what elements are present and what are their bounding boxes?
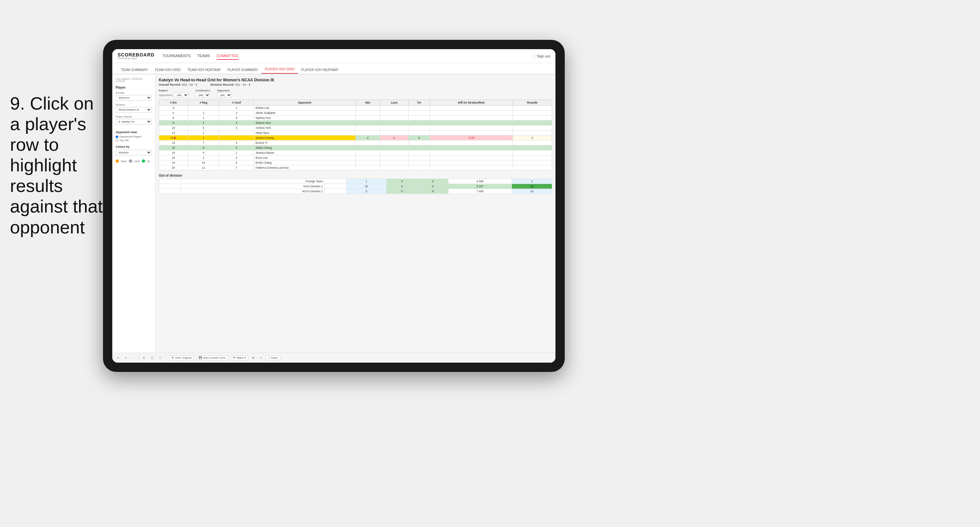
col-rounds: Rounds [512, 100, 552, 106]
nav-teams[interactable]: TEAMS [197, 52, 210, 60]
filter-conference-group: Conference (All) [195, 89, 210, 98]
gender-select[interactable]: Women's [116, 95, 152, 101]
nav-committee[interactable]: COMMITTEE [216, 52, 239, 60]
table-row[interactable]: 31Esther Lee [159, 106, 552, 111]
col-reg: # Reg [188, 100, 219, 106]
out-table-row[interactable]: NAIA Division 115009.26730 [159, 184, 552, 189]
player-section-title: Player [116, 86, 152, 89]
radio-top100[interactable]: Top 100 [116, 139, 152, 142]
nav-tournaments[interactable]: TOURNAMENTS [162, 52, 191, 60]
main-content: Last Updated: 27/03/2024 16:55:38 Player… [112, 75, 555, 352]
tablet-shell: SCOREBOARD Powered by clippd TOURNAMENTS… [103, 40, 565, 372]
table-row[interactable]: 914Sharon Mun [159, 121, 552, 125]
view-original-button[interactable]: 👁 View: Original [169, 355, 194, 360]
radio-dot-top100 [116, 139, 118, 142]
tab-team-summary[interactable]: TEAM SUMMARY [118, 68, 151, 74]
colour-section: Colour by Win/loss Down Level Up [116, 145, 152, 163]
filter-region-inner: Opponents: (All) [159, 93, 189, 98]
opponent-filter-select[interactable]: (All) [217, 93, 232, 98]
col-diff: Diff Av Strokes/Rnd [430, 100, 512, 106]
col-div: # Div [159, 100, 188, 106]
share-icon: ⤴ [269, 356, 270, 359]
watch-icon: 👁 [233, 356, 235, 359]
colour-by-title: Colour by [116, 145, 152, 148]
view-icon: 👁 [172, 356, 174, 359]
division-select[interactable]: NCAA Division III [116, 107, 152, 113]
nav-bar: SCOREBOARD Powered by clippd TOURNAMENTS… [112, 49, 555, 63]
save-custom-view-button[interactable]: 💾 Save Custom View [196, 355, 228, 360]
table-row[interactable]: 13 ▶1Jessica Huang010-3.002 [159, 135, 552, 140]
sidebar: Last Updated: 27/03/2024 16:55:38 Player… [112, 75, 156, 352]
col-conf: # Conf [219, 100, 254, 106]
radio-opponents-played[interactable]: Opponents Played [116, 135, 152, 138]
grid-area: Katelyn Vo Head-to-Head Grid for Women's… [156, 75, 555, 352]
redo-button[interactable]: ↪ [123, 356, 128, 360]
division-label: Division [116, 103, 152, 106]
filter-opponent-group: Opponent (All) [217, 89, 232, 98]
colour-legend: Down Level Up [116, 159, 152, 163]
colour-by-select[interactable]: Win/loss [116, 150, 152, 156]
logo-area: SCOREBOARD Powered by clippd [118, 52, 154, 59]
logo-text: SCOREBOARD [118, 52, 154, 57]
expand-button[interactable]: ⤢ [258, 356, 263, 360]
tab-team-h2h-grid[interactable]: TEAM H2H GRID [151, 68, 184, 74]
division-record-label: Division Record: 331 - 34 - 6 [211, 83, 250, 86]
clock-button[interactable]: 🕐 [158, 356, 164, 360]
nav-items: TOURNAMENTS TEAMS COMMITTEE [162, 52, 533, 60]
table-row[interactable]: 522Alexis Sudjianto [159, 111, 552, 116]
out-table-row[interactable]: Foreign Team1004.5002 [159, 179, 552, 184]
col-opponent: Opponent [254, 100, 356, 106]
watch-button[interactable]: 👁 Watch ▾ [231, 355, 248, 360]
table-row[interactable]: 1822Euna Lee [159, 156, 552, 160]
copy-button[interactable]: ⎘ [142, 356, 146, 360]
region-filter-select[interactable]: (All) [174, 93, 189, 98]
sign-out-button[interactable]: Sign out [537, 54, 550, 58]
radio-dot-opponents [116, 135, 118, 138]
col-win: Win [355, 100, 380, 106]
player-rank-select[interactable]: 8. Katelyn Vo [116, 119, 152, 125]
share-button[interactable]: ⤴ Share [266, 355, 280, 360]
grid-title: Katelyn Vo Head-to-Head Grid for Women's… [159, 78, 552, 83]
player-rank-label: Player (Rank) [116, 115, 152, 118]
opponent-view-title: Opponent view [116, 130, 152, 134]
annotation-text: 9. Click on a player's row to highlight … [10, 93, 103, 237]
tab-team-h2h-heatmap[interactable]: TEAM H2H HEATMAP [184, 68, 224, 74]
out-table-row[interactable]: NCAA Division 25007.40010 [159, 189, 552, 194]
colour-level [129, 159, 132, 163]
sidebar-timestamp: Last Updated: 27/03/2024 16:55:38 [116, 78, 152, 83]
nav-separator: | [533, 53, 535, 59]
table-row[interactable]: 19106Emily Chang [159, 160, 552, 165]
table-row[interactable]: 20117Federica Domecq Lacroze [159, 165, 552, 170]
player-section: Player Gender Women's Division NCAA Divi… [116, 86, 152, 127]
annotation-content: 9. Click on a player's row to highlight … [10, 93, 103, 237]
save-icon: 💾 [199, 356, 202, 359]
tab-player-h2h-heatmap[interactable]: PLAYER H2H HEATMAP [298, 68, 342, 74]
forward-button[interactable]: → [131, 356, 136, 360]
table-row[interactable]: 1585Stella Cheng [159, 146, 552, 151]
logo-sub: Powered by clippd [118, 57, 154, 59]
resize-button[interactable]: ⊞ [251, 356, 256, 360]
colour-up [142, 159, 145, 163]
table-row[interactable]: 1474Eunice Yi [159, 140, 552, 146]
undo-button[interactable]: ↩ [116, 356, 121, 360]
table-row[interactable]: 131Heeji Hyun [159, 130, 552, 135]
col-loss: Loss [380, 100, 408, 106]
table-row[interactable]: 1063Andrea York [159, 125, 552, 130]
paste-button[interactable]: 📋 [149, 356, 155, 360]
conference-filter-select[interactable]: (All) [195, 93, 210, 98]
bottom-toolbar: ↩ ↪ → ⎘ 📋 🕐 👁 View: Original 💾 Save Cust… [112, 352, 555, 363]
gender-label: Gender [116, 91, 152, 94]
out-of-division-title: Out of division [159, 174, 552, 177]
tab-player-h2h-grid[interactable]: PLAYER H2H GRID [261, 67, 298, 74]
tablet-screen: SCOREBOARD Powered by clippd TOURNAMENTS… [112, 49, 555, 363]
grid-records: Overall Record: 353 - 34 - 6 Division Re… [159, 83, 552, 86]
filter-row: Region Opponents: (All) Conference (All) [159, 89, 552, 98]
filter-region-group: Region Opponents: (All) [159, 89, 189, 98]
tab-player-summary[interactable]: PLAYER SUMMARY [224, 68, 261, 74]
sub-nav: TEAM SUMMARY TEAM H2H GRID TEAM H2H HEAT… [112, 63, 555, 75]
data-table: # Div # Reg # Conf Opponent Win Loss Tie… [159, 100, 552, 170]
toolbar-sep1 [139, 356, 139, 360]
table-row[interactable]: 1691Jessica Mason [159, 151, 552, 156]
table-row[interactable]: 613Sydney Kuo [159, 116, 552, 121]
colour-down [116, 159, 119, 163]
